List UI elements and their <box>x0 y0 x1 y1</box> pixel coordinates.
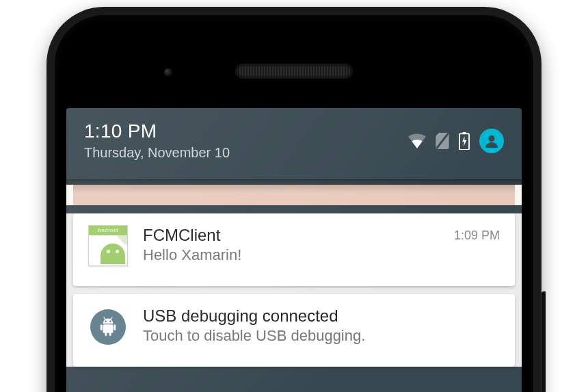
status-icons <box>408 129 504 153</box>
default-app-icon <box>88 226 128 265</box>
svg-point-3 <box>489 135 495 142</box>
profile-icon[interactable] <box>479 129 504 153</box>
notification-body: Hello Xamarin! <box>143 246 444 264</box>
battery-charging-icon <box>459 132 470 150</box>
svg-rect-9 <box>101 324 103 330</box>
notification-card[interactable]: USB debugging connected Touch to disable… <box>73 294 515 367</box>
android-system-icon <box>88 306 128 346</box>
power-button[interactable] <box>542 291 546 392</box>
phone-screen: 1:10 PM Thursday, November 10 <box>66 108 522 392</box>
notification-title: FCMClient <box>143 226 444 245</box>
svg-line-7 <box>111 317 112 319</box>
front-sensor <box>164 68 172 77</box>
svg-rect-2 <box>463 132 466 134</box>
earpiece-speaker <box>237 65 351 77</box>
notification-list: FCMClient Hello Xamarin! 1:09 PM <box>66 213 522 367</box>
svg-rect-12 <box>109 332 111 337</box>
shade-divider <box>66 179 522 185</box>
background-peek <box>66 185 522 205</box>
svg-line-6 <box>104 317 105 319</box>
svg-rect-8 <box>103 324 113 333</box>
notification-title: USB debugging connected <box>143 306 500 326</box>
no-sim-icon <box>436 133 449 149</box>
svg-point-5 <box>109 321 111 323</box>
svg-rect-10 <box>113 324 116 330</box>
phone-frame: 1:10 PM Thursday, November 10 <box>46 7 542 392</box>
svg-rect-11 <box>105 332 107 337</box>
svg-point-4 <box>105 321 107 323</box>
notification-time: 1:09 PM <box>454 228 500 243</box>
notification-body: Touch to disable USB debugging. <box>143 327 500 345</box>
notification-shade-header[interactable]: 1:10 PM Thursday, November 10 <box>66 108 522 179</box>
notification-card[interactable]: FCMClient Hello Xamarin! 1:09 PM <box>73 213 515 286</box>
wifi-icon <box>408 133 426 148</box>
